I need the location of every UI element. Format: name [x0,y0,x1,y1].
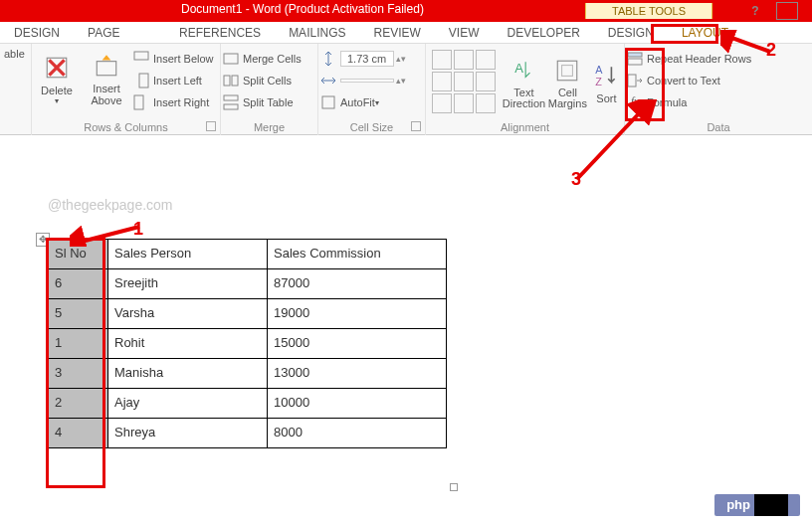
align-mid-right-button[interactable] [476,72,496,91]
align-top-left-button[interactable] [432,50,452,70]
svg-rect-19 [628,59,642,65]
spinner-icon[interactable]: ▴▾ [396,54,406,64]
svg-rect-14 [558,61,578,81]
svg-rect-20 [628,75,636,87]
tab-review[interactable]: REVIEW [359,22,434,44]
help-icon[interactable]: ? [746,2,764,20]
insert-above-button[interactable]: Insert Above [82,44,131,115]
table-row[interactable]: 4Shreya8000 [49,419,447,448]
tab-view[interactable]: VIEW [435,22,494,44]
insert-left-button[interactable]: Insert Left [131,70,214,91]
delete-button[interactable]: Delete ▾ [32,44,82,115]
text-direction-icon: A [510,58,536,84]
split-cells-icon [223,73,239,88]
svg-rect-11 [224,104,238,109]
data-table[interactable]: Sl No Sales Person Sales Commission 6Sre… [48,239,447,448]
group-table: able [0,44,32,135]
text-direction-button[interactable]: A Text Direction [502,48,546,119]
insert-right-button[interactable]: Insert Right [131,91,214,113]
table-row[interactable]: 6Sreejith87000 [49,269,447,299]
insert-right-icon [133,94,149,110]
merge-cells-button[interactable]: Merge Cells [221,48,317,70]
header-sales-person[interactable]: Sales Person [108,240,268,269]
align-top-center-button[interactable] [454,50,474,70]
insert-below-button[interactable]: Insert Below [131,48,214,70]
document-area[interactable]: @thegeekpage.com ✥ Sl No Sales Person Sa… [0,135,812,526]
chevron-down-icon: ▾ [375,98,379,107]
svg-rect-5 [139,74,148,88]
table-header-row[interactable]: Sl No Sales Person Sales Commission [49,240,447,269]
ribbon-display-options-icon[interactable] [776,2,798,20]
group-label-cell-size: Cell Size [318,121,425,133]
title-bar: Document1 - Word (Product Activation Fai… [0,0,812,22]
group-label-merge: Merge [221,121,317,133]
formula-icon: fx [627,94,643,110]
cell-margins-button[interactable]: Cell Margins [546,48,589,119]
group-label-data: Data [625,121,812,133]
height-icon [320,51,336,67]
align-bot-left-button[interactable] [432,93,452,113]
ribbon-tabs: DESIGN PAGE LAYOUT REFERENCES MAILINGS R… [0,22,812,44]
contextual-tab-table-tools: TABLE TOOLS [585,0,712,22]
tab-developer[interactable]: DEVELOPER [494,22,594,44]
tab-page-layout[interactable]: PAGE LAYOUT [74,22,165,44]
sort-button[interactable]: AZ Sort [589,48,624,119]
alignment-grid [432,50,496,117]
dialog-launcher-icon[interactable] [206,121,216,131]
group-label-alignment: Alignment [426,121,624,133]
split-cells-button[interactable]: Split Cells [221,70,317,91]
insert-above-icon [94,53,119,79]
svg-rect-10 [224,95,238,100]
autofit-button[interactable]: AutoFit ▾ [318,91,425,113]
tab-table-layout[interactable]: LAYOUT [668,22,742,44]
merge-cells-icon [223,51,239,67]
badge-tail [754,494,788,516]
tab-mailings[interactable]: MAILINGS [275,22,359,44]
svg-rect-18 [628,53,642,57]
tab-design[interactable]: DESIGN [0,22,74,44]
formula-button[interactable]: fxFormula [625,91,812,113]
table-resize-handle-icon[interactable] [450,483,458,491]
align-bot-right-button[interactable] [476,93,496,113]
header-slno[interactable]: Sl No [49,240,108,269]
group-data: Repeat Header Rows Convert to Text fxFor… [625,44,812,135]
repeat-header-button[interactable]: Repeat Header Rows [625,48,812,70]
tab-table-design[interactable]: DESIGN [594,22,668,44]
align-bot-center-button[interactable] [454,93,474,113]
php-badge: php [714,494,800,516]
table-row[interactable]: 3Manisha13000 [49,359,447,389]
svg-rect-15 [562,66,573,77]
group-label-rows-columns: Rows & Columns [32,121,220,133]
dialog-launcher-icon[interactable] [411,121,421,131]
svg-rect-8 [224,76,230,86]
split-table-icon [223,94,239,110]
tab-references[interactable]: REFERENCES [165,22,275,44]
watermark-text: @thegeekpage.com [48,197,173,213]
svg-rect-7 [224,54,238,64]
convert-text-button[interactable]: Convert to Text [625,70,812,91]
svg-rect-4 [134,52,148,60]
repeat-header-icon [627,51,643,67]
align-top-right-button[interactable] [476,50,496,70]
ribbon: able Delete ▾ Insert Above Insert Below … [0,44,812,135]
row-height-input[interactable]: 1.73 cm▴▾ [318,48,425,70]
table-row[interactable]: 2Ajay10000 [49,389,447,419]
group-alignment: A Text Direction Cell Margins AZ Sort Al… [426,44,625,135]
table-row[interactable]: 5Varsha19000 [49,299,447,329]
align-mid-center-button[interactable] [454,72,474,91]
spinner-icon[interactable]: ▴▾ [396,76,406,86]
column-width-input[interactable]: ▴▾ [318,70,425,91]
align-mid-left-button[interactable] [432,72,452,91]
insert-left-icon [133,73,149,88]
group-merge: Merge Cells Split Cells Split Table Merg… [221,44,318,135]
svg-text:Z: Z [596,76,603,88]
delete-icon [44,55,70,81]
table-row[interactable]: 1Rohit15000 [49,329,447,359]
width-icon [320,73,336,88]
window-title: Document1 - Word (Product Activation Fai… [181,2,424,16]
svg-text:A: A [596,64,604,76]
convert-text-icon [627,73,643,88]
split-table-button[interactable]: Split Table [221,91,317,113]
header-sales-commission[interactable]: Sales Commission [268,240,447,269]
sort-icon: AZ [593,63,619,88]
